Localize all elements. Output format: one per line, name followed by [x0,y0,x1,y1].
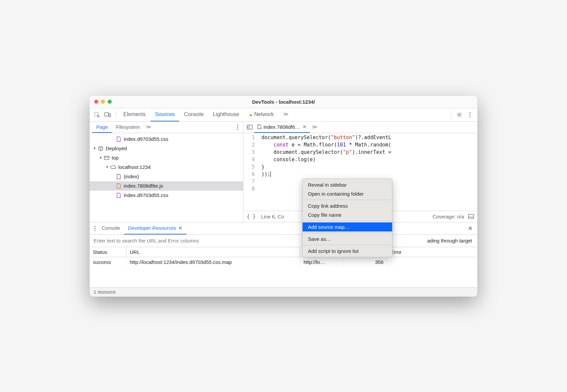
drawer-kebab-icon[interactable] [92,226,98,231]
ctx-add-source-map[interactable]: Add source map… [303,222,392,231]
maximize-window-button[interactable] [108,100,112,104]
svg-point-6 [469,116,470,117]
devtools-window: DevTools - localhost:1234/ Elements Sour… [90,96,477,297]
tab-lighthouse[interactable]: Lighthouse [208,108,244,121]
loading-label: ading through target [422,238,477,243]
tree-item-localhost[interactable]: ▼ localhost:1234 [90,163,243,172]
cell-c3: http://lo… [300,257,344,267]
subtab-page[interactable]: Page [92,122,112,133]
file-tree: index.d9703d55.css ▼ Deployed ▼ top ▼ lo… [90,133,243,222]
ctx-reveal-sidebar[interactable]: Reveal in sidebar [303,180,392,189]
svg-point-9 [237,128,238,129]
tree-label: (index) [124,174,139,179]
tree-label: index.d9703d55.css [124,136,168,142]
ctx-open-folder[interactable]: Open in containing folder [303,189,392,198]
coverage-label: Coverage: n/a [433,214,464,219]
svg-point-4 [469,112,470,113]
pretty-print-icon[interactable]: { } [247,213,256,219]
tree-item-deployed[interactable]: ▼ Deployed [90,144,243,153]
svg-point-18 [94,230,95,231]
context-menu: Reveal in sidebar Open in containing fol… [302,179,392,257]
tree-label: localhost:1234 [118,164,151,170]
svg-rect-12 [247,125,252,129]
close-window-button[interactable] [94,100,98,104]
line-gutter: 1 2 3 4 5 6 7 8 [243,133,258,211]
th-status[interactable]: Status [90,247,126,257]
svg-point-16 [94,226,95,227]
drawer-tabs: Console Developer Resources ✕ ✕ [90,222,477,234]
tree-item-css[interactable]: index.d9703d55.css [90,191,243,200]
file-tab-label: index.7808df6… [263,124,300,130]
svg-point-17 [94,228,95,229]
svg-rect-10 [104,156,109,160]
th-url[interactable]: URL [126,247,300,257]
ctx-copy-filename[interactable]: Copy file name [303,210,392,219]
expand-icon: ▼ [99,156,103,160]
file-css-icon [116,192,122,198]
file-icon [116,174,122,180]
table-row[interactable]: success http://localhost:1234/index.d970… [90,257,477,267]
tab-console[interactable]: Console [179,108,208,121]
cursor-position: Line 6, Co [261,214,284,219]
tree-item-top[interactable]: ▼ top [90,153,243,163]
inspect-icon[interactable] [92,110,102,119]
ctx-save-as[interactable]: Save as… [303,234,392,243]
kebab-menu-icon[interactable] [465,110,475,119]
tree-label: top [112,155,119,161]
file-icon [257,124,261,129]
cell-c4: 356 [344,257,387,267]
close-tab-icon[interactable]: ✕ [303,124,307,129]
ctx-ignore-list[interactable]: Add script to ignore list [303,247,392,256]
svg-rect-2 [109,114,111,117]
file-tab[interactable]: index.7808df6… ✕ [254,122,310,133]
tabs-overflow-icon[interactable]: >> [278,108,292,121]
settings-icon[interactable] [455,110,464,119]
resource-count: 1 resource [94,289,116,295]
main-toolbar: Elements Sources Console Lighthouse Netw… [90,108,477,122]
tree-label: index.7808df6e.js [124,183,163,189]
tab-network[interactable]: Network [244,108,278,121]
expand-icon: ▼ [106,165,110,169]
tab-sources[interactable]: Sources [150,108,180,121]
tree-label: Deployed [106,145,127,151]
minimize-window-button[interactable] [101,100,105,104]
tree-item-index[interactable]: (index) [90,172,243,181]
svg-point-8 [237,126,238,127]
separator [451,111,451,118]
collapse-icon[interactable] [468,214,474,219]
window-title: DevTools - localhost:1234/ [90,99,477,105]
cell-url: http://localhost:1234/index.d9703d55.css… [126,257,300,267]
drawer-tab-console[interactable]: Console [98,222,124,234]
file-tabs-overflow-icon[interactable]: >> [310,124,318,130]
separator [116,111,116,118]
table-body: success http://localhost:1234/index.d970… [90,257,477,287]
navigator-panel: Page Filesystem >> index.d9703d55.css ▼ … [90,122,243,222]
tree-label: index.d9703d55.css [124,192,168,198]
subtabs-overflow-icon[interactable]: >> [144,124,152,130]
cell-status: success [90,257,126,267]
expand-icon: ▼ [93,146,97,150]
close-tab-icon[interactable]: ✕ [178,225,183,231]
ctx-separator [303,200,392,200]
toggle-navigator-icon[interactable] [246,123,253,131]
traffic-lights [90,100,112,104]
svg-point-5 [469,114,470,115]
cloud-icon [110,164,116,170]
drawer-close-icon[interactable]: ✕ [466,225,475,232]
th-error[interactable]: Error [387,247,477,257]
ctx-separator [303,245,392,245]
ctx-copy-link[interactable]: Copy link address [303,201,392,210]
frame-icon [104,155,110,161]
ctx-separator [303,221,392,221]
main-pane: Page Filesystem >> index.d9703d55.css ▼ … [90,122,477,222]
ctx-separator [303,233,392,233]
tree-item-css[interactable]: index.d9703d55.css [90,134,243,144]
tree-item-js[interactable]: index.7808df6e.js [90,181,243,191]
editor-tabs: index.7808df6… ✕ >> [243,122,477,133]
subtab-filesystem[interactable]: Filesystem [112,122,144,133]
navigator-kebab-icon[interactable] [235,124,240,130]
drawer-tab-devresources[interactable]: Developer Resources ✕ [124,222,187,234]
device-toggle-icon[interactable] [103,110,112,119]
svg-point-3 [459,114,460,116]
tab-elements[interactable]: Elements [119,108,150,121]
